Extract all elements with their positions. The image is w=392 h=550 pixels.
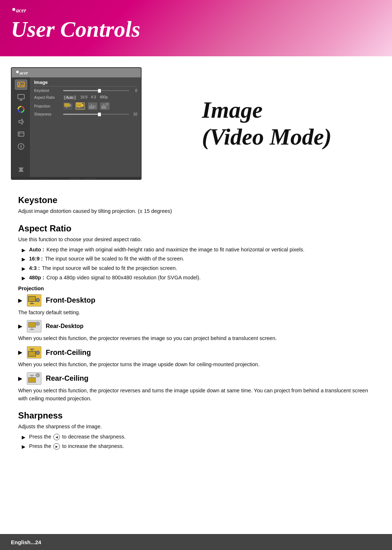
osd-sharpness-fill [63,114,99,115]
aspect-43-text: 4:3 :The input source will be scaled to … [29,264,374,272]
front-ceiling-text: When you select this function, the proje… [18,361,374,369]
aspect-ratio-section: Aspect Ratio Use this function to choose… [18,223,374,282]
osd-aspect-43: 4:3 [91,95,96,100]
color-wheel-icon [17,105,25,113]
svg-rect-19 [64,103,69,107]
sharpness-arrow-2-icon: ▶ [22,443,26,450]
sharpness-increase-item: ▶ Press the ► to increase the sharpness. [22,442,374,450]
osd-header-bar: acer [12,68,141,77]
aspect-480p-item: ▶ 480p :Crop a 480p video signal to 800x… [22,274,374,282]
front-desktop-heading-row: ▶ Front-Desktop [18,294,374,307]
front-desktop-img [27,294,41,307]
front-desktop-svg [28,295,41,306]
osd-sharpness-label: Sharpness [34,112,60,116]
osd-keystone-fill [63,90,99,91]
osd-keystone-slider: 0 [63,89,137,93]
svg-point-53 [36,373,40,377]
footer-page-label: English...24 [11,539,41,545]
svg-point-30 [106,103,108,105]
image-title-section: Image (Video Mode) [152,67,381,180]
osd-icon-image[interactable] [15,80,27,90]
rear-desktop-svg [28,321,41,332]
rear-ceiling-svg [28,373,41,384]
osd-aspect-480p: 480p [100,95,108,100]
front-ceiling-title: Front-Ceiling [46,348,91,357]
osd-icon-color[interactable] [15,104,27,114]
svg-rect-40 [28,322,36,327]
osd-sharpness-track [63,114,129,115]
proj-front-desktop-icon [64,103,72,109]
front-desktop-text: The factory default setting. [18,309,374,317]
svg-marker-32 [19,179,21,180]
rear-desktop-text: When you select this function, the proje… [18,335,374,343]
osd-menu-btn[interactable]: MENU [84,179,97,180]
sharpness-heading: Sharpness [18,411,374,421]
aspect-43-item: ▶ 4:3 :The input source will be scaled t… [22,264,374,272]
osd-keystone-value: 0 [131,89,137,93]
svg-rect-45 [28,351,36,356]
bullet-arrow-4: ▶ [22,275,26,282]
aspect-169-text: 16:9 :The input source will be scaled to… [29,255,374,263]
osd-aspect-169: 16:9 [80,95,87,100]
osd-icon-info[interactable] [15,141,27,151]
proj-icon-2 [75,102,85,110]
osd-aspect-label: Aspect Ratio [34,96,60,100]
image-title-line1: Image [202,97,262,123]
osd-projection-label: Projection [34,104,60,108]
aspect-ratio-heading: Aspect Ratio [18,223,374,234]
osd-keystone-label: Keystone [34,89,60,93]
projection-label: Projection [18,286,374,291]
svg-rect-28 [101,105,106,109]
front-ceiling-section: ▶ Front-Ceiling When you select this fun… [18,346,374,369]
svg-point-48 [36,351,40,355]
svg-point-43 [36,322,40,325]
svg-point-27 [94,106,96,108]
osd-sharpness-slider: 10 [63,112,137,116]
keystone-text: Adjust image distortion caused by tiltin… [18,207,374,215]
aspect-auto-text: Auto :Keep the image with original width… [29,246,374,254]
osd-icon-settings[interactable] [15,129,27,139]
svg-rect-22 [77,103,82,107]
rear-ceiling-img [27,372,41,385]
osd-sharpness-value: 10 [131,112,137,116]
keystone-heading: Keystone [18,195,374,205]
svg-point-2 [16,71,19,73]
display-icon [17,93,25,101]
osd-adjust-label: Adjust [52,179,61,180]
osd-keystone-row: Keystone 0 [34,89,137,93]
sharpness-increase-text: Press the ► to increase the sharpness. [29,442,374,450]
content-area: Keystone Adjust image distortion caused … [0,180,392,466]
rear-ceiling-section: ▶ Rear-Ceiling When you select this func… [18,372,374,403]
osd-icon-display[interactable] [15,92,27,102]
osd-keystone-thumb [98,89,101,93]
settings-icon [17,130,25,138]
osd-sharpness-row: Sharpness 10 [34,112,137,116]
osd-aspect-auto: [ Auto ] [63,95,77,100]
svg-marker-33 [42,179,44,180]
svg-rect-50 [28,377,36,383]
sharpness-arrow-1-icon: ▶ [22,434,26,441]
svg-rect-11 [18,132,24,136]
svg-point-38 [36,298,40,302]
osd-icon-audio[interactable] [15,117,27,127]
osd-acer-logo-icon: acer [15,69,29,76]
svg-marker-31 [16,179,18,180]
front-desktop-title: Front-Desktop [46,296,95,304]
proj-icon-3 [88,102,97,110]
osd-back-btn[interactable]: BACK [69,179,81,180]
info-icon [17,142,25,150]
header-logo-area: acer User Controls [11,7,381,41]
osd-aspect-options: [ Auto ] 16:9 4:3 480p [63,95,108,100]
osd-keystone-track [63,90,129,91]
osd-select-label: Select [25,179,34,180]
audio-icon [17,118,25,126]
header-section: acer User Controls [0,0,392,56]
svg-point-21 [69,104,71,106]
aspect-169-item: ▶ 16:9 :The input source will be scaled … [22,255,374,263]
keystone-section: Keystone Adjust image distortion caused … [18,195,374,215]
left-arrow-button: ◄ [53,434,60,440]
svg-point-24 [81,104,83,106]
osd-nav-arrows-icon [15,178,22,180]
svg-text:acer: acer [16,7,26,13]
osd-projection-icons [63,102,110,110]
